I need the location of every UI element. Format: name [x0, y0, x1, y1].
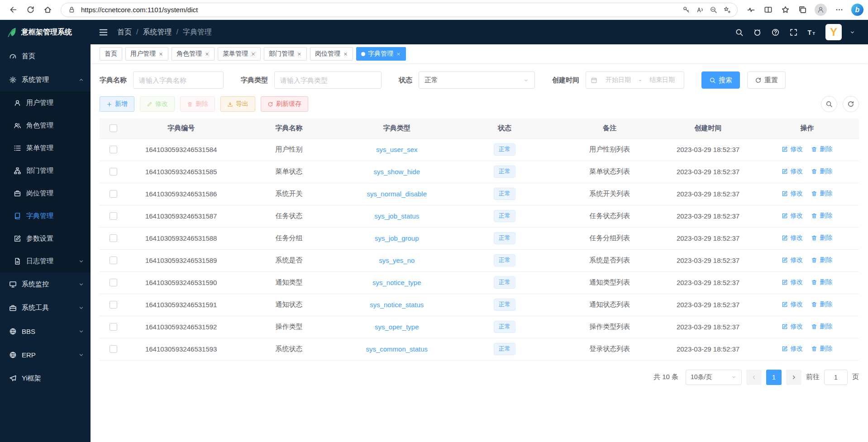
row-delete-button[interactable]: 删除 [811, 300, 832, 309]
sidebar-item-dict[interactable]: 字典管理 [0, 204, 91, 227]
select-all-checkbox[interactable] [110, 124, 117, 132]
tab-close-icon[interactable] [251, 52, 256, 57]
breadcrumb-item[interactable]: 首页 [117, 28, 132, 37]
user-avatar[interactable]: Y [825, 24, 842, 40]
sidebar-item-menu[interactable]: 菜单管理 [0, 137, 91, 159]
row-checkbox[interactable] [110, 146, 117, 153]
tab-home[interactable]: 首页 [100, 47, 122, 61]
url-bar[interactable]: https://ccnetcore.com:1101/system/dict [61, 3, 738, 17]
row-edit-button[interactable]: 修改 [782, 190, 803, 198]
dict-type-link[interactable]: sys_normal_disable [367, 190, 427, 198]
row-edit-button[interactable]: 修改 [782, 323, 803, 331]
star-plus-icon[interactable] [720, 4, 734, 16]
start-date-input[interactable]: 开始日期 [601, 76, 635, 84]
next-page-button[interactable] [786, 370, 801, 385]
key-icon[interactable] [679, 4, 693, 16]
refresh-icon[interactable] [22, 2, 39, 18]
date-range-picker[interactable]: 开始日期 - 结束日期 [586, 71, 684, 89]
row-checkbox[interactable] [110, 257, 117, 264]
more-menu-icon[interactable] [830, 2, 848, 18]
refresh-cache-button[interactable]: 刷新缓存 [261, 96, 308, 112]
home-icon[interactable] [39, 2, 56, 18]
sidebar-item-system[interactable]: 系统管理 [0, 68, 91, 91]
split-screen-icon[interactable] [759, 2, 777, 18]
row-edit-button[interactable]: 修改 [782, 234, 803, 242]
page-1-button[interactable]: 1 [766, 370, 782, 385]
search-icon[interactable] [731, 24, 747, 40]
breadcrumb-item[interactable]: 系统管理 [143, 28, 172, 37]
dict-type-link[interactable]: sys_oper_type [375, 323, 419, 331]
tab-role[interactable]: 角色管理 [172, 47, 215, 61]
dict-type-link[interactable]: sys_yes_no [379, 257, 415, 264]
goto-page-input[interactable] [824, 370, 848, 385]
tab-close-icon[interactable] [343, 52, 348, 57]
collections-icon[interactable] [794, 2, 811, 18]
row-delete-button[interactable]: 删除 [811, 234, 832, 242]
sidebar-item-log[interactable]: 日志管理 [0, 250, 91, 272]
row-delete-button[interactable]: 删除 [811, 256, 832, 264]
tab-close-icon[interactable] [205, 52, 210, 57]
reset-button[interactable]: 重置 [747, 71, 786, 89]
add-button[interactable]: 新增 [100, 96, 134, 112]
delete-button[interactable]: 删除 [180, 96, 215, 112]
font-size-icon[interactable]: TT [804, 24, 819, 40]
search-button[interactable]: 搜索 [701, 71, 740, 89]
row-delete-button[interactable]: 删除 [811, 212, 832, 220]
row-checkbox[interactable] [110, 212, 117, 220]
tab-dept[interactable]: 部门管理 [264, 47, 307, 61]
dict-type-link[interactable]: sys_job_group [375, 234, 419, 242]
read-aloud-icon[interactable] [693, 4, 706, 16]
zoom-out-icon[interactable] [706, 4, 720, 16]
row-delete-button[interactable]: 删除 [811, 323, 832, 331]
edit-button[interactable]: 修改 [140, 96, 175, 112]
dict-type-link[interactable]: sys_job_status [374, 212, 419, 220]
app-logo[interactable]: 意框架管理系统 [0, 20, 91, 44]
row-delete-button[interactable]: 删除 [811, 190, 832, 198]
row-delete-button[interactable]: 删除 [811, 145, 832, 153]
page-size-select[interactable]: 10条/页 [686, 370, 742, 385]
tab-close-icon[interactable] [158, 52, 163, 57]
lock-icon[interactable] [65, 4, 78, 16]
prev-page-button[interactable] [746, 370, 762, 385]
row-checkbox[interactable] [110, 234, 117, 242]
tab-menu[interactable]: 菜单管理 [218, 47, 261, 61]
row-edit-button[interactable]: 修改 [782, 145, 803, 153]
end-date-input[interactable]: 结束日期 [645, 76, 679, 84]
tab-close-icon[interactable] [297, 52, 302, 57]
sidebar-item-post[interactable]: 岗位管理 [0, 182, 91, 204]
back-icon[interactable] [5, 2, 22, 18]
sidebar-item-monitor[interactable]: 系统监控 [0, 272, 91, 296]
sidebar-item-erp[interactable]: ERP [0, 343, 91, 366]
row-edit-button[interactable]: 修改 [782, 300, 803, 309]
dict-type-link[interactable]: sys_notice_type [372, 279, 421, 286]
dict-type-link[interactable]: sys_user_sex [376, 146, 418, 153]
sidebar-item-bbs[interactable]: BBS [0, 319, 91, 343]
question-icon[interactable] [768, 24, 783, 40]
export-button[interactable]: 导出 [220, 96, 255, 112]
avatar-caret-icon[interactable] [844, 24, 860, 40]
tab-close-icon[interactable] [396, 52, 401, 57]
sidebar-item-user[interactable]: 用户管理 [0, 91, 91, 114]
row-checkbox[interactable] [110, 345, 117, 353]
fullscreen-icon[interactable] [786, 24, 801, 40]
bing-icon[interactable]: b [851, 4, 863, 16]
dict-type-input[interactable] [274, 71, 382, 89]
row-edit-button[interactable]: 修改 [782, 167, 803, 176]
dict-type-link[interactable]: sys_common_status [366, 345, 428, 353]
sidebar-item-tool[interactable]: 系统工具 [0, 296, 91, 319]
sidebar-item-param[interactable]: 参数设置 [0, 227, 91, 250]
status-select[interactable]: 正常 [419, 71, 535, 89]
sidebar-toggle-icon[interactable] [99, 28, 108, 37]
dict-name-input[interactable] [133, 71, 224, 89]
row-edit-button[interactable]: 修改 [782, 345, 803, 353]
github-icon[interactable] [749, 24, 765, 40]
browser-essentials-icon[interactable] [742, 2, 759, 18]
row-edit-button[interactable]: 修改 [782, 212, 803, 220]
row-checkbox[interactable] [110, 190, 117, 198]
row-checkbox[interactable] [110, 301, 117, 309]
row-checkbox[interactable] [110, 279, 117, 286]
profile-avatar[interactable] [815, 4, 827, 16]
row-delete-button[interactable]: 删除 [811, 278, 832, 286]
dict-type-link[interactable]: sys_notice_status [370, 301, 424, 309]
favorites-bar-icon[interactable] [777, 2, 794, 18]
